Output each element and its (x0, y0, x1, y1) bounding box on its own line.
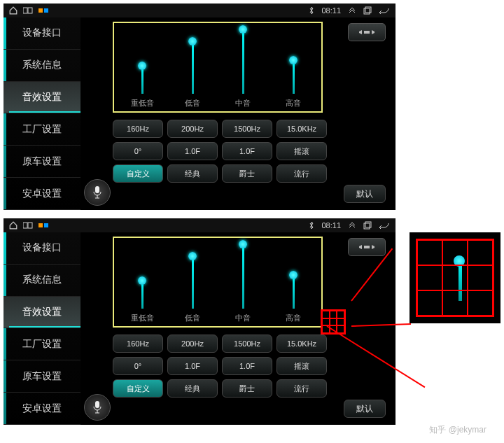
sidebar-item-android[interactable]: 安卓设置 (4, 393, 80, 425)
annotation-zoom-panel (410, 232, 500, 323)
sidebar-item-label: 音效设置 (22, 91, 62, 104)
status-time: 08:11 (321, 221, 341, 230)
eq-slider-label: 高音 (286, 313, 301, 323)
eq-slider-subbass[interactable]: 重低音 (121, 242, 163, 323)
sidebar-item-sysinfo[interactable]: 系统信息 (4, 50, 80, 82)
sidebar-item-label: 系统信息 (22, 274, 62, 286)
sidebar-item-car[interactable]: 原车设置 (4, 146, 80, 178)
speaker-balance-icon (358, 242, 376, 252)
screenshot-2-annotated: 08:11 设备接口 系统信息 音效设置 工厂设置 原车设置 安卓设置 (4, 218, 500, 439)
eq-slider-subbass[interactable]: 重低音 (121, 27, 163, 108)
sidebar-item-label: 设备接口 (22, 241, 62, 254)
home-icon[interactable] (9, 221, 18, 230)
status-bar: 08:11 (4, 218, 396, 232)
balance-button[interactable] (348, 23, 386, 41)
q-button-2b[interactable]: 1.0F (222, 142, 272, 160)
sidebar-item-factory[interactable]: 工厂设置 (4, 328, 80, 360)
preset-classic-button[interactable]: 经典 (167, 379, 218, 398)
q-button-2[interactable]: 1.0F (167, 357, 218, 375)
svg-rect-3 (365, 7, 371, 13)
eq-slider-bass[interactable]: 低音 (172, 27, 214, 108)
q-button-1[interactable]: 0° (113, 357, 163, 375)
freq-button-4[interactable]: 15.0KHz (276, 335, 327, 353)
preset-jazz-button[interactable]: 爵士 (222, 379, 272, 398)
sidebar-item-car[interactable]: 原车设置 (4, 360, 80, 393)
eq-slider-mid[interactable]: 中音 (222, 27, 264, 108)
svg-rect-8 (365, 222, 371, 227)
bluetooth-icon (309, 6, 314, 15)
windows-icon[interactable] (23, 222, 33, 229)
freq-button-4[interactable]: 15.0KHz (276, 120, 327, 138)
sidebar-item-label: 原车设置 (22, 370, 62, 383)
eq-slider-label: 低音 (185, 313, 200, 323)
status-time: 08:11 (321, 6, 341, 15)
freq-button-3[interactable]: 1500Hz (222, 120, 272, 138)
q-button-rock[interactable]: 摇滚 (276, 142, 327, 160)
status-dots-icon (38, 8, 48, 13)
q-button-2b[interactable]: 1.0F (222, 357, 272, 375)
balance-button[interactable] (348, 238, 386, 256)
back-icon[interactable] (379, 7, 390, 14)
sidebar-item-label: 安卓设置 (22, 188, 62, 200)
sidebar-item-audio[interactable]: 音效设置 (4, 82, 80, 114)
eq-slider-mid[interactable]: 中音 (222, 242, 264, 323)
q-button-2[interactable]: 1.0F (167, 142, 218, 160)
status-bar: 08:11 (4, 3, 396, 17)
sidebar-item-android[interactable]: 安卓设置 (4, 178, 80, 210)
annotation-grid-large (416, 239, 494, 317)
sidebar-item-label: 工厂设置 (22, 338, 62, 351)
audio-settings-panel: 重低音 低音 中音 高音 160Hz 200Hz 1500Hz (80, 17, 396, 210)
sidebar-item-factory[interactable]: 工厂设置 (4, 113, 80, 146)
sidebar-item-label: 安卓设置 (22, 402, 62, 415)
sidebar-item-label: 系统信息 (22, 59, 62, 71)
chevron-up-icon[interactable] (348, 222, 356, 229)
preset-pop-button[interactable]: 流行 (276, 164, 327, 183)
sidebar-item-device[interactable]: 设备接口 (4, 232, 80, 265)
back-icon[interactable] (379, 222, 390, 229)
sidebar: 设备接口 系统信息 音效设置 工厂设置 原车设置 安卓设置 (4, 232, 80, 425)
q-button-rock[interactable]: 摇滚 (276, 357, 327, 375)
freq-button-2[interactable]: 200Hz (167, 335, 218, 353)
freq-button-1[interactable]: 160Hz (113, 335, 163, 353)
preset-custom-button[interactable]: 自定义 (113, 379, 163, 398)
preset-pop-button[interactable]: 流行 (276, 379, 327, 398)
eq-slider-label: 重低音 (131, 98, 154, 108)
watermark-text: 知乎 @jekymar (429, 424, 486, 436)
screenshot-1: 08:11 设备接口 系统信息 音效设置 工厂设置 原车设置 安卓设置 (4, 3, 396, 210)
preset-classic-button[interactable]: 经典 (167, 164, 218, 183)
sidebar-item-label: 音效设置 (22, 306, 62, 318)
status-dots-icon (38, 223, 48, 227)
equalizer-box: 重低音 低音 中音 高音 (113, 237, 323, 328)
layers-icon[interactable] (363, 221, 372, 230)
sidebar-item-device[interactable]: 设备接口 (4, 17, 80, 50)
preset-jazz-button[interactable]: 爵士 (222, 164, 272, 183)
sidebar-item-label: 原车设置 (22, 155, 62, 168)
eq-slider-label: 中音 (235, 98, 251, 108)
svg-rect-7 (364, 223, 370, 229)
sidebar-item-label: 设备接口 (22, 27, 62, 39)
eq-slider-label: 中音 (235, 313, 251, 323)
sidebar-item-sysinfo[interactable]: 系统信息 (4, 265, 80, 297)
parameter-button-grid: 160Hz 200Hz 1500Hz 15.0KHz 0° 1.0F 1.0F … (113, 120, 388, 183)
eq-slider-bass[interactable]: 低音 (172, 242, 214, 323)
preset-custom-button[interactable]: 自定义 (113, 164, 163, 183)
freq-button-3[interactable]: 1500Hz (222, 335, 272, 353)
default-button[interactable]: 默认 (344, 400, 386, 418)
freq-button-2[interactable]: 200Hz (167, 120, 218, 138)
eq-slider-label: 重低音 (131, 313, 154, 323)
parameter-button-grid: 160Hz 200Hz 1500Hz 15.0KHz 0° 1.0F 1.0F … (113, 335, 388, 398)
speaker-balance-icon (358, 27, 376, 37)
eq-slider-treble[interactable]: 高音 (272, 27, 314, 108)
default-button[interactable]: 默认 (344, 185, 386, 203)
layers-icon[interactable] (363, 6, 372, 15)
audio-settings-panel: 重低音 低音 中音 高音 160Hz 200Hz 1500Hz 15.0KHz … (80, 232, 396, 425)
sidebar-item-audio[interactable]: 音效设置 (4, 297, 80, 329)
freq-button-1[interactable]: 160Hz (113, 120, 163, 138)
chevron-up-icon[interactable] (348, 7, 356, 14)
home-icon[interactable] (9, 6, 18, 15)
eq-slider-treble[interactable]: 高音 (272, 242, 314, 323)
q-button-1[interactable]: 0° (113, 142, 163, 160)
sidebar: 设备接口 系统信息 音效设置 工厂设置 原车设置 安卓设置 (4, 17, 80, 210)
windows-icon[interactable] (23, 7, 33, 14)
svg-rect-2 (364, 8, 370, 14)
